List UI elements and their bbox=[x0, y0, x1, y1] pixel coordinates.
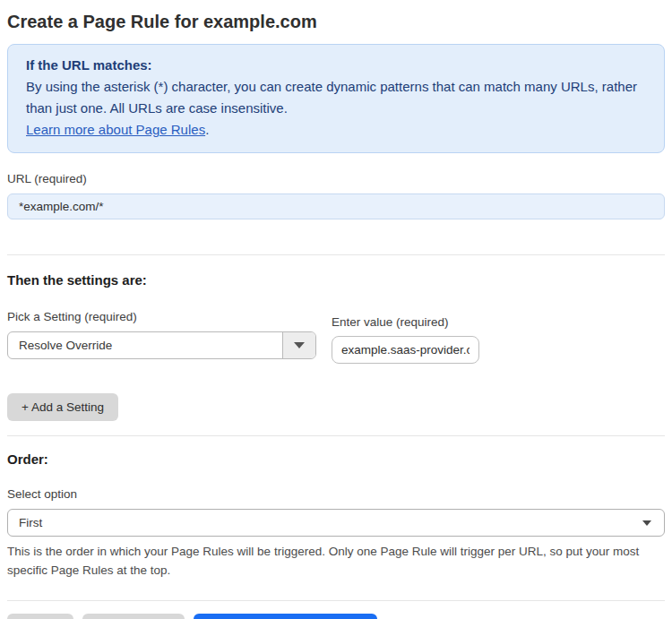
setting-select-arrow-button[interactable] bbox=[282, 332, 315, 358]
link-period: . bbox=[205, 122, 209, 137]
page-title: Create a Page Rule for example.com bbox=[7, 11, 665, 32]
setting-select[interactable]: Resolve Override bbox=[7, 331, 316, 359]
divider bbox=[7, 435, 665, 436]
divider bbox=[7, 254, 665, 255]
setting-select-value: Resolve Override bbox=[8, 339, 282, 352]
url-field-label: URL (required) bbox=[7, 172, 665, 186]
order-select-label: Select option bbox=[7, 487, 665, 502]
order-select-value: First bbox=[19, 516, 42, 529]
order-select[interactable]: First bbox=[7, 509, 665, 537]
settings-section-heading: Then the settings are: bbox=[7, 272, 665, 288]
value-field-label: Enter value (required) bbox=[332, 315, 479, 330]
dropdown-arrow-icon bbox=[642, 520, 651, 526]
setting-picker-column: Pick a Setting (required) Resolve Overri… bbox=[7, 310, 316, 359]
url-input[interactable] bbox=[7, 193, 665, 219]
info-box-link-line: Learn more about Page Rules. bbox=[26, 119, 646, 141]
divider bbox=[7, 600, 665, 601]
setting-value-column: Enter value (required) bbox=[332, 315, 479, 364]
order-section-heading: Order: bbox=[7, 451, 665, 468]
order-help-text: This is the order in which your Page Rul… bbox=[7, 542, 652, 580]
add-setting-button[interactable]: + Add a Setting bbox=[7, 393, 118, 421]
setting-value-input[interactable] bbox=[332, 336, 479, 364]
page-rule-form: Create a Page Rule for example.com If th… bbox=[0, 0, 672, 619]
settings-row: Pick a Setting (required) Resolve Overri… bbox=[7, 310, 665, 364]
url-match-info-box: If the URL matches: By using the asteris… bbox=[7, 44, 665, 153]
save-and-deploy-button[interactable]: Save and Deploy Page Rule bbox=[194, 614, 378, 619]
dropdown-arrow-icon bbox=[294, 342, 305, 348]
cancel-button[interactable]: Cancel bbox=[7, 614, 73, 619]
footer-button-row: Cancel Save as Draft Save and Deploy Pag… bbox=[7, 614, 665, 619]
setting-select-label: Pick a Setting (required) bbox=[7, 310, 316, 324]
info-box-heading: If the URL matches: bbox=[26, 55, 646, 76]
save-as-draft-button[interactable]: Save as Draft bbox=[82, 614, 185, 619]
info-box-body: By using the asterisk (*) character, you… bbox=[26, 76, 646, 119]
learn-more-link[interactable]: Learn more about Page Rules bbox=[26, 122, 205, 137]
